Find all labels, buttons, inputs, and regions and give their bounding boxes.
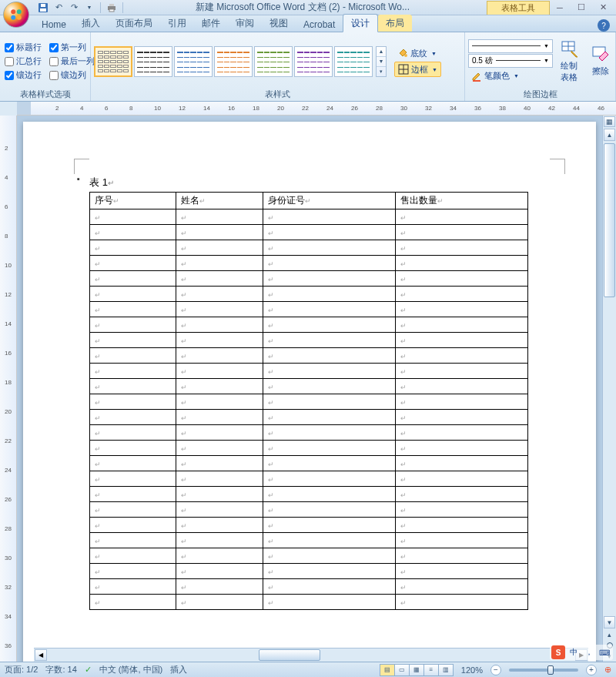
style-thumb-1[interactable] xyxy=(134,46,172,77)
table-row[interactable]: ↵↵↵↵ xyxy=(90,379,528,394)
minimize-button[interactable]: ─ xyxy=(550,1,570,15)
draw-table-button[interactable]: 绘制表格 xyxy=(556,39,584,85)
table-cell[interactable]: ↵ xyxy=(176,364,263,379)
table-cell[interactable]: ↵ xyxy=(176,441,263,456)
zoom-in-button[interactable]: + xyxy=(586,665,597,675)
table-header[interactable]: 姓名↵ xyxy=(176,193,263,209)
table-row[interactable]: ↵↵↵↵ xyxy=(90,287,528,302)
table-cell[interactable]: ↵ xyxy=(176,394,263,410)
table-cell[interactable]: ↵ xyxy=(90,595,176,610)
table-cell[interactable]: ↵ xyxy=(176,240,263,256)
table-cell[interactable]: ↵ xyxy=(395,287,527,302)
table-cell[interactable]: ↵ xyxy=(176,471,263,487)
scroll-up-icon[interactable]: ▲ xyxy=(604,129,615,141)
zoom-slider[interactable] xyxy=(509,669,578,672)
table-cell[interactable]: ↵ xyxy=(176,425,263,441)
web-view-icon[interactable]: ▦ xyxy=(409,664,424,676)
table-row[interactable]: ↵↵↵↵ xyxy=(90,364,528,379)
table-cell[interactable]: ↵ xyxy=(90,225,176,240)
ime-keyboard-icon[interactable]: ⌨ xyxy=(598,645,611,659)
draft-view-icon[interactable]: ▥ xyxy=(438,664,454,676)
tab-布局[interactable]: 布局 xyxy=(378,15,412,32)
table-cell[interactable]: ↵ xyxy=(176,564,263,579)
status-words[interactable]: 字数: 14 xyxy=(45,664,76,675)
scroll-thumb-h[interactable] xyxy=(259,649,320,661)
table-row[interactable]: ↵↵↵↵ xyxy=(90,333,528,348)
table-cell[interactable]: ↵ xyxy=(395,348,527,364)
table-cell[interactable]: ↵ xyxy=(263,595,395,610)
table-cell[interactable]: ↵ xyxy=(90,425,176,441)
gallery-more-icon[interactable]: ▾ xyxy=(377,67,386,76)
tab-邮件[interactable]: 邮件 xyxy=(194,15,228,32)
table-cell[interactable]: ↵ xyxy=(395,471,527,487)
check-镶边行[interactable]: 镶边行 xyxy=(5,69,42,81)
table-cell[interactable]: ↵ xyxy=(176,225,263,240)
table-row[interactable]: ↵↵↵↵ xyxy=(90,502,528,518)
table-row[interactable]: ↵↵↵↵ xyxy=(90,256,528,271)
table-cell[interactable]: ↵ xyxy=(395,533,527,548)
table-cell[interactable]: ↵ xyxy=(176,595,263,610)
check-镶边列[interactable]: 镶边列 xyxy=(49,69,95,81)
table-row[interactable]: ↵↵↵↵ xyxy=(90,425,528,441)
table-header[interactable]: 序号↵ xyxy=(90,193,176,209)
document-table[interactable]: 序号↵姓名↵身份证号↵售出数量↵ ↵↵↵↵↵↵↵↵↵↵↵↵↵↵↵↵↵↵↵↵↵↵↵… xyxy=(89,192,528,610)
print-icon[interactable] xyxy=(105,2,118,14)
table-cell[interactable]: ↵ xyxy=(395,317,527,333)
table-row[interactable]: ↵↵↵↵ xyxy=(90,348,528,364)
tab-插入[interactable]: 插入 xyxy=(74,15,108,32)
qat-dropdown-icon[interactable]: ▼ xyxy=(83,2,95,14)
table-cell[interactable]: ↵ xyxy=(263,471,395,487)
table-cell[interactable]: ↵ xyxy=(90,348,176,364)
table-cell[interactable]: ↵ xyxy=(395,271,527,287)
table-cell[interactable]: ↵ xyxy=(263,548,395,564)
table-cell[interactable]: ↵ xyxy=(263,333,395,348)
table-cell[interactable]: ↵ xyxy=(395,502,527,518)
table-cell[interactable]: ↵ xyxy=(395,225,527,240)
outline-view-icon[interactable]: ≡ xyxy=(424,664,439,676)
maximize-button[interactable]: ☐ xyxy=(571,1,591,15)
table-cell[interactable]: ↵ xyxy=(176,302,263,317)
table-move-handle-icon[interactable]: ▪ xyxy=(77,174,85,182)
table-cell[interactable]: ↵ xyxy=(90,287,176,302)
table-cell[interactable]: ↵ xyxy=(263,256,395,271)
table-row[interactable]: ↵↵↵↵ xyxy=(90,487,528,502)
table-cell[interactable]: ↵ xyxy=(263,209,395,225)
close-button[interactable]: ✕ xyxy=(593,1,613,15)
tab-页面布局[interactable]: 页面布局 xyxy=(108,15,160,32)
table-header[interactable]: 售出数量↵ xyxy=(395,193,527,209)
gallery-down-icon[interactable]: ▼ xyxy=(377,57,386,67)
table-cell[interactable]: ↵ xyxy=(395,333,527,348)
table-cell[interactable]: ↵ xyxy=(395,487,527,502)
table-cell[interactable]: ↵ xyxy=(90,240,176,256)
table-row[interactable]: ↵↵↵↵ xyxy=(90,471,528,487)
table-cell[interactable]: ↵ xyxy=(395,441,527,456)
table-cell[interactable]: ↵ xyxy=(263,564,395,579)
table-header[interactable]: 身份证号↵ xyxy=(263,193,395,209)
table-cell[interactable]: ↵ xyxy=(395,425,527,441)
table-cell[interactable]: ↵ xyxy=(90,317,176,333)
style-thumb-3[interactable] xyxy=(214,46,253,77)
table-cell[interactable]: ↵ xyxy=(90,533,176,548)
fullscreen-view-icon[interactable]: ▭ xyxy=(394,664,410,676)
tab-引用[interactable]: 引用 xyxy=(160,15,194,32)
table-row[interactable]: ↵↵↵↵ xyxy=(90,394,528,410)
table-cell[interactable]: ↵ xyxy=(263,287,395,302)
table-cell[interactable]: ↵ xyxy=(90,518,176,533)
redo-icon[interactable]: ↷ xyxy=(68,2,80,14)
table-cell[interactable]: ↵ xyxy=(263,441,395,456)
table-cell[interactable]: ↵ xyxy=(263,533,395,548)
tab-审阅[interactable]: 审阅 xyxy=(228,15,262,32)
table-row[interactable]: ↵↵↵↵ xyxy=(90,302,528,317)
table-cell[interactable]: ↵ xyxy=(90,471,176,487)
check-最后一列[interactable]: 最后一列 xyxy=(49,55,95,67)
table-cell[interactable]: ↵ xyxy=(176,579,263,595)
page-viewport[interactable]: ▪ 表 1↵ 序号↵姓名↵身份证号↵售出数量↵ ↵↵↵↵↵↵↵↵↵↵↵↵↵↵↵↵… xyxy=(17,116,602,662)
eraser-button[interactable]: 擦除 xyxy=(587,44,614,79)
table-row[interactable]: ↵↵↵↵ xyxy=(90,240,528,256)
table-row[interactable]: ↵↵↵↵ xyxy=(90,441,528,456)
office-button[interactable] xyxy=(3,2,29,28)
spellcheck-icon[interactable]: ✓ xyxy=(85,665,92,675)
table-cell[interactable]: ↵ xyxy=(263,364,395,379)
table-cell[interactable]: ↵ xyxy=(176,456,263,471)
scroll-down-icon[interactable]: ▼ xyxy=(604,616,615,628)
